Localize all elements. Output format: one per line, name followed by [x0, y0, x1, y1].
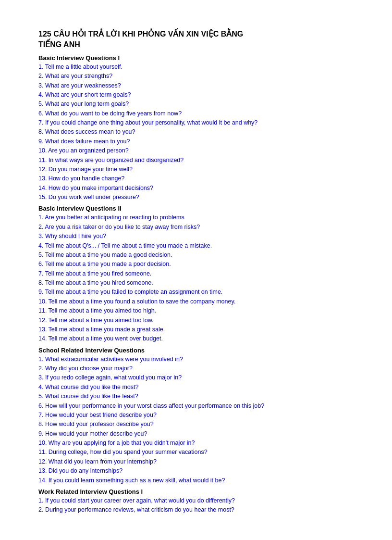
question-item: 2. Why did you choose your major? [38, 364, 354, 373]
question-item: 2. Are you a risk taker or do you like t… [38, 223, 354, 232]
question-item: 6. How will your performance in your wor… [38, 402, 354, 411]
question-item: 3. Why should I hire you? [38, 232, 354, 241]
section-header-3: Work Related Interview Questions I [38, 488, 354, 495]
question-item: 11. Tell me about a time you aimed too h… [38, 306, 354, 315]
section-header-2: School Related Interview Questions [38, 347, 354, 354]
question-item: 3. If you redo college again, what would… [38, 373, 354, 382]
question-item: 5. What are your long term goals? [38, 100, 354, 109]
question-item: 7. How would your best friend describe y… [38, 411, 354, 420]
question-item: 10. Are you an organized person? [38, 146, 354, 155]
question-item: 11. In what ways are you organized and d… [38, 156, 354, 165]
question-item: 5. Tell me about a time you made a good … [38, 251, 354, 260]
question-item: 12. Do you manage your time well? [38, 165, 354, 174]
question-item: 4. Tell me about Q's... / Tell me about … [38, 241, 354, 251]
question-item: 5. What course did you like the least? [38, 392, 354, 401]
section-header-0: Basic Interview Questions I [38, 54, 354, 62]
question-item: 4. What are your short term goals? [38, 90, 354, 100]
question-item: 14. Tell me about a time you went over b… [38, 334, 354, 343]
question-item: 12. Tell me about a time you aimed too l… [38, 316, 354, 325]
question-item: 12. What did you learn from your interns… [38, 457, 354, 466]
section-header-1: Basic Interview Questions II [38, 205, 354, 212]
question-item: 1. Are you better at anticipating or rea… [38, 213, 354, 222]
question-item: 7. If you could change one thing about y… [38, 118, 354, 127]
page-container: 125 CÂU HỎI TRẢ LỜI KHI PHỎNG VẤN XIN VI… [38, 29, 354, 515]
question-item: 10. Tell me about a time you found a sol… [38, 297, 354, 306]
question-item: 13. Did you do any internships? [38, 466, 354, 476]
question-item: 10. Why are you applying for a job that … [38, 439, 354, 448]
question-item: 9. How would your mother describe you? [38, 429, 354, 439]
question-item: 2. What are your strengths? [38, 72, 354, 81]
main-title: 125 CÂU HỎI TRẢ LỜI KHI PHỎNG VẤN XIN VI… [38, 29, 354, 50]
question-item: 9. Tell me about a time you failed to co… [38, 288, 354, 297]
question-item: 1. Tell me a little about yourself. [38, 63, 354, 72]
question-item: 13. How do you handle change? [38, 174, 354, 183]
question-item: 11. During college, how did you spend yo… [38, 448, 354, 457]
question-item: 1. If you could start your career over a… [38, 496, 354, 505]
question-item: 2. During your performance reviews, what… [38, 505, 354, 515]
question-item: 14. How do you make important decisions? [38, 184, 354, 193]
question-item: 9. What does failure mean to you? [38, 137, 354, 146]
question-item: 8. How would your professor describe you… [38, 420, 354, 429]
question-item: 8. Tell me about a time you hired someon… [38, 278, 354, 288]
question-item: 7. Tell me about a time you fired someon… [38, 269, 354, 278]
question-item: 8. What does success mean to you? [38, 127, 354, 137]
question-item: 1. What extracurricular activities were … [38, 355, 354, 364]
question-item: 6. Tell me about a time you made a poor … [38, 260, 354, 269]
question-item: 15. Do you work well under pressure? [38, 193, 354, 202]
question-item: 14. If you could learn something such as… [38, 476, 354, 485]
question-item: 4. What course did you like the most? [38, 383, 354, 392]
question-item: 3. What are your weaknesses? [38, 81, 354, 90]
question-item: 6. What do you want to be doing five yea… [38, 109, 354, 118]
question-item: 13. Tell me about a time you made a grea… [38, 325, 354, 334]
